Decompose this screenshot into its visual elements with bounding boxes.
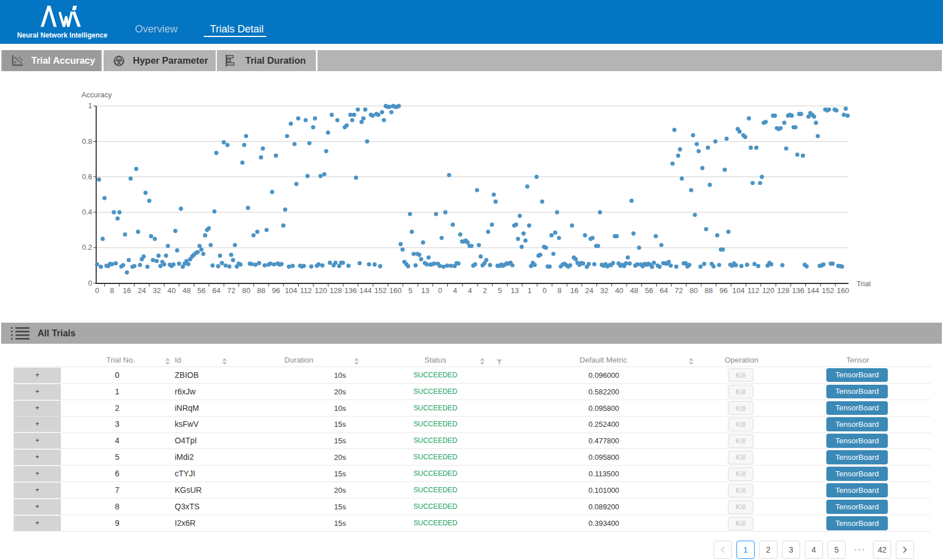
svg-text:64: 64 bbox=[660, 286, 668, 295]
svg-text:88: 88 bbox=[257, 286, 265, 295]
svg-text:144: 144 bbox=[807, 286, 820, 295]
svg-text:24: 24 bbox=[585, 286, 593, 295]
svg-text:0: 0 bbox=[88, 279, 92, 287]
svg-text:0: 0 bbox=[438, 286, 442, 295]
svg-text:4: 4 bbox=[453, 286, 457, 295]
svg-text:112: 112 bbox=[300, 286, 312, 295]
svg-text:5: 5 bbox=[408, 286, 412, 295]
svg-text:104: 104 bbox=[732, 286, 745, 295]
svg-text:136: 136 bbox=[344, 286, 357, 295]
svg-text:40: 40 bbox=[615, 286, 623, 295]
svg-text:0.6: 0.6 bbox=[82, 172, 92, 181]
svg-text:48: 48 bbox=[183, 286, 191, 295]
svg-text:1: 1 bbox=[88, 101, 92, 110]
svg-text:0.2: 0.2 bbox=[82, 243, 92, 252]
svg-text:32: 32 bbox=[153, 286, 160, 295]
svg-text:0.4: 0.4 bbox=[82, 208, 92, 216]
svg-text:40: 40 bbox=[167, 286, 175, 295]
svg-text:56: 56 bbox=[197, 286, 205, 295]
svg-text:136: 136 bbox=[792, 286, 805, 295]
svg-text:80: 80 bbox=[242, 286, 250, 295]
svg-text:128: 128 bbox=[777, 286, 789, 295]
svg-text:Trial: Trial bbox=[856, 279, 871, 288]
svg-text:96: 96 bbox=[719, 286, 727, 295]
svg-text:160: 160 bbox=[837, 286, 849, 295]
svg-text:112: 112 bbox=[747, 286, 759, 295]
svg-text:64: 64 bbox=[212, 286, 220, 295]
svg-text:0: 0 bbox=[95, 286, 99, 295]
svg-text:16: 16 bbox=[123, 286, 131, 295]
svg-text:13: 13 bbox=[421, 286, 429, 295]
svg-text:160: 160 bbox=[389, 286, 402, 295]
svg-text:2: 2 bbox=[483, 286, 487, 295]
svg-text:8: 8 bbox=[110, 286, 114, 295]
svg-text:120: 120 bbox=[315, 286, 327, 295]
svg-text:16: 16 bbox=[570, 286, 578, 295]
svg-text:4: 4 bbox=[468, 286, 472, 295]
svg-text:96: 96 bbox=[272, 286, 280, 295]
svg-text:56: 56 bbox=[645, 286, 653, 295]
svg-text:8: 8 bbox=[557, 286, 561, 295]
svg-text:120: 120 bbox=[762, 286, 775, 295]
svg-text:72: 72 bbox=[227, 286, 235, 295]
svg-text:0: 0 bbox=[542, 286, 546, 295]
svg-text:152: 152 bbox=[374, 286, 387, 295]
svg-text:152: 152 bbox=[822, 286, 834, 295]
svg-text:5: 5 bbox=[498, 286, 502, 295]
svg-text:144: 144 bbox=[360, 286, 372, 295]
svg-text:1: 1 bbox=[528, 286, 532, 295]
svg-text:13: 13 bbox=[510, 286, 518, 295]
svg-text:72: 72 bbox=[675, 286, 683, 295]
svg-text:24: 24 bbox=[138, 286, 146, 295]
svg-text:104: 104 bbox=[285, 286, 297, 295]
svg-text:Accuracy: Accuracy bbox=[81, 90, 112, 99]
svg-text:88: 88 bbox=[705, 286, 713, 295]
svg-text:32: 32 bbox=[600, 286, 608, 295]
svg-text:80: 80 bbox=[690, 286, 698, 295]
svg-text:0.8: 0.8 bbox=[82, 137, 92, 146]
svg-text:128: 128 bbox=[330, 286, 342, 295]
svg-text:48: 48 bbox=[630, 286, 638, 295]
